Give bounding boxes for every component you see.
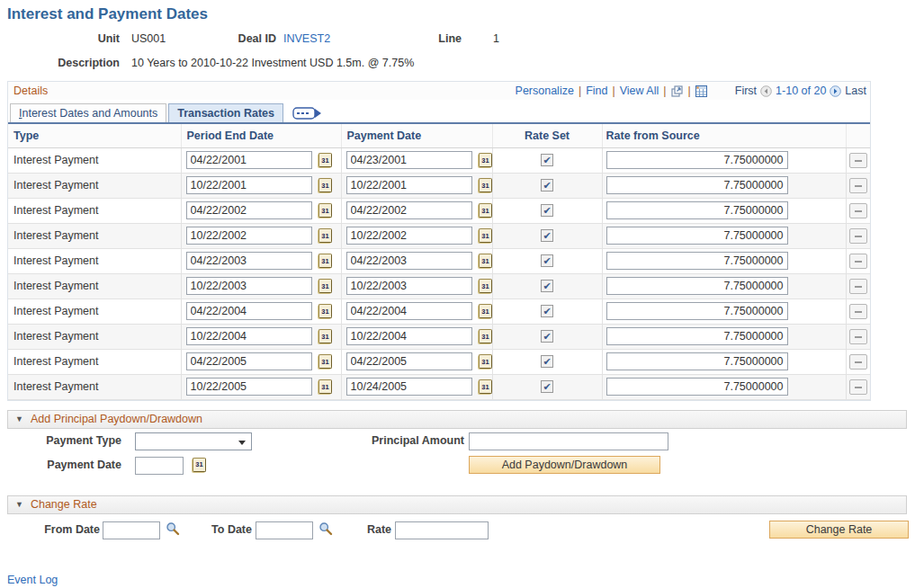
calendar-icon[interactable]: 31 — [479, 304, 492, 318]
rate-from-source-input[interactable] — [606, 302, 788, 320]
calendar-icon[interactable]: 31 — [318, 379, 332, 394]
calendar-icon[interactable]: 31 — [318, 153, 332, 167]
period-end-date-input[interactable] — [186, 378, 312, 396]
principal-amount-input[interactable] — [469, 432, 668, 450]
rate-from-source-input[interactable] — [606, 176, 788, 194]
collapse-triangle-icon[interactable]: ▼ — [15, 500, 23, 509]
rate-set-checkbox[interactable]: ✔ — [541, 204, 553, 217]
calendar-icon[interactable]: 31 — [479, 203, 492, 218]
period-end-date-input[interactable] — [186, 327, 312, 345]
period-end-date-input[interactable] — [186, 277, 312, 295]
payment-date-input[interactable] — [346, 352, 472, 370]
next-page-icon[interactable] — [830, 85, 841, 97]
deal-id-link[interactable]: INVEST2 — [283, 32, 330, 45]
period-end-date-input[interactable] — [186, 252, 312, 270]
paydown-payment-date-input[interactable] — [135, 457, 184, 475]
calendar-icon[interactable]: 31 — [479, 153, 492, 167]
calendar-icon[interactable]: 31 — [318, 203, 332, 218]
payment-date-input[interactable] — [346, 201, 472, 219]
rate-set-checkbox[interactable]: ✔ — [541, 179, 553, 192]
calendar-icon[interactable]: 31 — [318, 178, 332, 192]
period-end-date-input[interactable] — [186, 151, 312, 169]
to-date-input[interactable] — [256, 521, 313, 539]
show-all-columns-icon[interactable] — [292, 106, 322, 120]
grid-row: Interest Payment 31 31 ✔ — [8, 324, 870, 349]
calendar-icon[interactable]: 31 — [479, 254, 492, 268]
payment-date-input[interactable] — [346, 252, 472, 270]
add-paydown-drawdown-button[interactable]: Add Paydown/Drawdown — [469, 456, 660, 474]
calendar-icon[interactable]: 31 — [318, 228, 332, 243]
download-grid-icon[interactable] — [695, 85, 707, 97]
last-page-label[interactable]: Last — [845, 85, 866, 97]
payment-type-select[interactable] — [135, 432, 252, 450]
from-date-lookup-icon[interactable] — [166, 521, 180, 539]
calendar-icon[interactable]: 31 — [318, 304, 332, 318]
collapse-triangle-icon[interactable]: ▼ — [15, 414, 23, 423]
payment-date-cell: 31 — [341, 298, 492, 324]
delete-row-button[interactable] — [849, 203, 867, 218]
calendar-icon[interactable]: 31 — [479, 379, 492, 394]
rate-from-source-input[interactable] — [606, 352, 788, 370]
delete-row-button[interactable] — [849, 354, 867, 370]
calendar-icon[interactable]: 31 — [479, 228, 492, 243]
period-end-date-input[interactable] — [186, 302, 312, 320]
payment-date-input[interactable] — [346, 327, 472, 345]
payment-date-input[interactable] — [346, 277, 472, 295]
payment-date-input[interactable] — [346, 151, 472, 169]
rate-from-source-input[interactable] — [606, 327, 788, 345]
delete-row-button[interactable] — [849, 228, 867, 244]
rate-set-checkbox[interactable]: ✔ — [541, 380, 553, 393]
rate-set-checkbox[interactable]: ✔ — [541, 305, 553, 317]
view-all-link[interactable]: View All — [620, 85, 659, 97]
rate-input[interactable] — [395, 521, 489, 539]
from-date-input[interactable] — [103, 521, 160, 539]
rate-from-source-input[interactable] — [606, 227, 788, 245]
rate-set-checkbox[interactable]: ✔ — [541, 154, 553, 166]
delete-row-button[interactable] — [849, 329, 867, 344]
tab-transaction-rates[interactable]: Transaction Rates — [168, 103, 283, 122]
rate-from-source-input[interactable] — [606, 252, 788, 270]
calendar-icon[interactable]: 31 — [479, 279, 492, 293]
calendar-icon[interactable]: 31 — [479, 329, 492, 343]
rate-from-source-input[interactable] — [606, 277, 788, 295]
rate-set-checkbox[interactable]: ✔ — [541, 254, 553, 267]
calendar-icon[interactable]: 31 — [193, 458, 206, 472]
delete-row-button[interactable] — [849, 279, 867, 294]
find-link[interactable]: Find — [586, 85, 607, 97]
delete-row-button[interactable] — [849, 379, 867, 395]
previous-page-icon[interactable] — [760, 85, 772, 97]
rate-from-source-input[interactable] — [606, 151, 788, 169]
payment-date-input[interactable] — [346, 227, 472, 245]
calendar-icon[interactable]: 31 — [318, 279, 332, 293]
zoom-popup-icon[interactable] — [671, 85, 684, 97]
event-log-link[interactable]: Event Log — [7, 574, 58, 586]
rate-set-checkbox[interactable]: ✔ — [541, 330, 553, 343]
period-end-date-input[interactable] — [186, 352, 312, 370]
period-end-date-input[interactable] — [186, 227, 312, 245]
rate-set-checkbox[interactable]: ✔ — [541, 229, 553, 242]
personalize-link[interactable]: Personalize — [516, 85, 574, 97]
rate-from-source-input[interactable] — [606, 201, 788, 219]
first-page-label[interactable]: First — [735, 85, 757, 97]
rate-set-checkbox[interactable]: ✔ — [541, 280, 553, 292]
calendar-icon[interactable]: 31 — [479, 178, 492, 192]
calendar-icon[interactable]: 31 — [479, 354, 492, 369]
calendar-icon[interactable]: 31 — [318, 329, 332, 343]
calendar-icon[interactable]: 31 — [318, 254, 332, 268]
to-date-lookup-icon[interactable] — [318, 521, 333, 539]
tab-interest-dates-and-amounts[interactable]: Interest Dates and Amounts — [10, 103, 166, 122]
rate-from-source-input[interactable] — [606, 378, 788, 396]
delete-row-button[interactable] — [849, 153, 867, 168]
rate-set-checkbox[interactable]: ✔ — [541, 355, 553, 368]
payment-date-input[interactable] — [346, 176, 472, 194]
delete-row-button[interactable] — [849, 254, 867, 269]
calendar-icon[interactable]: 31 — [318, 354, 332, 369]
delete-row-button[interactable] — [849, 304, 867, 319]
payment-date-input[interactable] — [346, 378, 472, 396]
delete-row-button[interactable] — [849, 178, 867, 193]
details-title: Details — [13, 85, 48, 97]
change-rate-button[interactable]: Change Rate — [769, 521, 909, 539]
payment-date-input[interactable] — [346, 302, 472, 320]
period-end-date-input[interactable] — [186, 201, 312, 219]
period-end-date-input[interactable] — [186, 176, 312, 194]
